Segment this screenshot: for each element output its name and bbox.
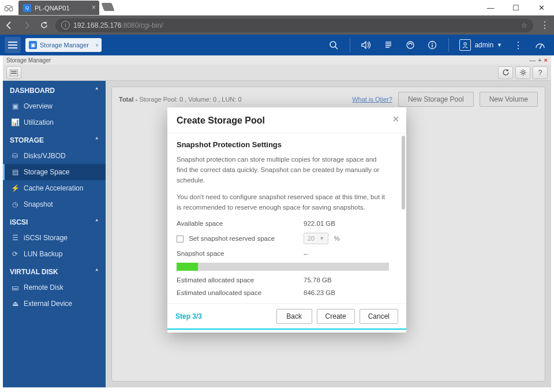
dialog-accent-strip (167, 328, 406, 330)
space-bar-fill (177, 263, 198, 271)
scrollbar[interactable] (402, 136, 405, 210)
chevron-up-icon: ˄ (95, 219, 99, 226)
nav-reload-button[interactable] (38, 20, 50, 31)
nav-back-button[interactable] (3, 20, 15, 31)
qts-top-bar: ▣ Storage Manager × admin ▼ ⋮ (0, 35, 554, 55)
window-close-icon[interactable]: × (544, 57, 548, 64)
browser-menu-button[interactable]: ⋮ (539, 20, 551, 31)
snapshot-icon: ◷ (11, 200, 19, 208)
create-storage-pool-dialog: Create Storage Pool ✕ Snapshot Protectio… (167, 107, 406, 333)
incognito-icon (2, 2, 15, 14)
note-text: Note: If Snapshot Space Reservation is d… (177, 302, 402, 303)
sidebar-item-overview[interactable]: ▣Overview (3, 98, 106, 114)
sidebar-item-external-device[interactable]: ⏏External Device (3, 296, 106, 312)
chevron-down-icon: ▼ (497, 42, 502, 48)
cache-icon: ⚡ (11, 184, 19, 192)
est-unallocated-label: Estimated unallocated space (177, 289, 304, 296)
site-info-icon[interactable]: i (61, 21, 70, 29)
sidebar-item-cache[interactable]: ⚡Cache Acceleration (3, 180, 106, 196)
svg-point-3 (407, 42, 414, 48)
snapshot-space-value: -- (304, 250, 308, 257)
window-title: Storage Manager (6, 57, 51, 64)
nav-forward-button[interactable] (21, 20, 32, 31)
est-allocated-label: Estimated allocated space (177, 277, 304, 283)
overview-icon-button[interactable] (6, 66, 21, 79)
chevron-up-icon: ˄ (95, 137, 99, 144)
search-icon[interactable] (328, 39, 339, 51)
dashboard-icon[interactable] (534, 39, 546, 51)
menu-button[interactable] (5, 37, 21, 53)
dialog-title: Create Storage Pool (177, 115, 265, 125)
window-maximize-button[interactable]: ☐ (503, 0, 529, 15)
snapshot-space-label: Snapshot space (177, 250, 304, 257)
remote-disk-icon: 🖴 (11, 283, 19, 292)
more-icon[interactable]: ⋮ (512, 39, 524, 51)
sidebar-item-iscsi-storage[interactable]: ☰iSCSI Storage (3, 230, 106, 246)
sidebar-group-dashboard[interactable]: DASHBOARD˄ (3, 81, 106, 98)
svg-point-1 (9, 8, 13, 11)
overview-icon: ▣ (11, 102, 19, 110)
url-text: 192.168.25.176:8080/cgi-bin/ (73, 21, 163, 29)
refresh-button[interactable] (498, 66, 513, 79)
section-heading: Snapshot Protection Settings (177, 140, 402, 149)
svg-rect-10 (11, 73, 17, 74)
sidebar-item-storage-space[interactable]: ▤Storage Space (3, 164, 106, 180)
iscsi-icon: ☰ (11, 234, 19, 242)
set-reserved-label: Set snapshot reserved space (189, 235, 275, 242)
sidebar-item-lun-backup[interactable]: ⟳LUN Backup (3, 246, 106, 262)
sidebar-group-storage[interactable]: STORAGE˄ (3, 130, 106, 148)
back-button[interactable]: Back (276, 309, 312, 324)
qnap-favicon: Q (23, 4, 31, 12)
available-space-value: 922.01 GB (304, 220, 335, 227)
space-bar (177, 263, 389, 271)
chevron-up-icon: ˄ (95, 87, 99, 95)
user-menu[interactable]: admin ▼ (459, 39, 502, 51)
help-button[interactable]: ? (533, 66, 548, 79)
cancel-button[interactable]: Cancel (360, 309, 398, 324)
browser-chrome: Q PL-QNAP01 × — ☐ ✕ i 192.168.25.176:808… (0, 0, 554, 35)
est-unallocated-value: 846.23 GB (304, 289, 335, 296)
devices-icon[interactable] (405, 39, 416, 51)
sidebar-item-utilization[interactable]: 📊Utilization (3, 114, 106, 130)
svg-point-11 (522, 72, 524, 74)
storage-icon: ▤ (11, 168, 19, 176)
svg-rect-9 (11, 70, 17, 72)
sidebar-item-snapshot[interactable]: ◷Snapshot (3, 196, 106, 212)
chart-icon: 📊 (11, 118, 19, 126)
browser-tab[interactable]: Q PL-QNAP01 × (18, 1, 99, 15)
set-reserved-checkbox[interactable] (177, 236, 184, 242)
toolbar: ? (3, 65, 551, 81)
disk-icon: ⛁ (11, 152, 19, 160)
window-min-icon[interactable]: — (529, 57, 536, 64)
chevron-up-icon: ˄ (95, 268, 99, 276)
sidebar-item-remote-disk[interactable]: 🖴Remote Disk (3, 279, 106, 296)
available-space-label: Available space (177, 220, 304, 227)
window-minimize-button[interactable]: — (478, 0, 503, 15)
percent-label: % (334, 235, 339, 242)
bookmark-star-icon[interactable]: ☆ (521, 21, 527, 29)
sidebar-item-disks[interactable]: ⛁Disks/VJBOD (3, 148, 106, 164)
user-icon (459, 39, 471, 51)
svg-point-2 (330, 42, 336, 47)
est-allocated-value: 75.78 GB (304, 277, 332, 283)
create-button[interactable]: Create (317, 309, 355, 324)
background-tasks-icon[interactable] (383, 39, 394, 51)
step-indicator: Step 3/3 (175, 312, 202, 320)
dialog-close-icon[interactable]: ✕ (392, 114, 399, 124)
reserved-percent-select[interactable]: 20▼ (304, 233, 328, 244)
sidebar-group-virtual-disk[interactable]: VIRTUAL DISK˄ (3, 262, 106, 279)
address-bar[interactable]: i 192.168.25.176:8080/cgi-bin/ ☆ (55, 18, 533, 32)
app-chip-storage-manager[interactable]: ▣ Storage Manager × (25, 38, 102, 52)
app-chip-close-icon[interactable]: × (95, 42, 99, 48)
window-close-button[interactable]: ✕ (529, 0, 554, 15)
volume-icon[interactable] (361, 39, 372, 51)
svg-point-5 (432, 43, 433, 44)
description-2: You don't need to configure snapshot res… (177, 192, 402, 213)
tab-close-icon[interactable]: × (92, 3, 96, 12)
window-max-icon[interactable]: + (538, 57, 541, 64)
new-tab-button[interactable] (101, 3, 114, 11)
chevron-down-icon: ▼ (319, 236, 324, 241)
sidebar-group-iscsi[interactable]: iSCSI˄ (3, 212, 106, 230)
info-icon[interactable] (426, 39, 438, 51)
settings-gear-button[interactable] (515, 66, 530, 79)
